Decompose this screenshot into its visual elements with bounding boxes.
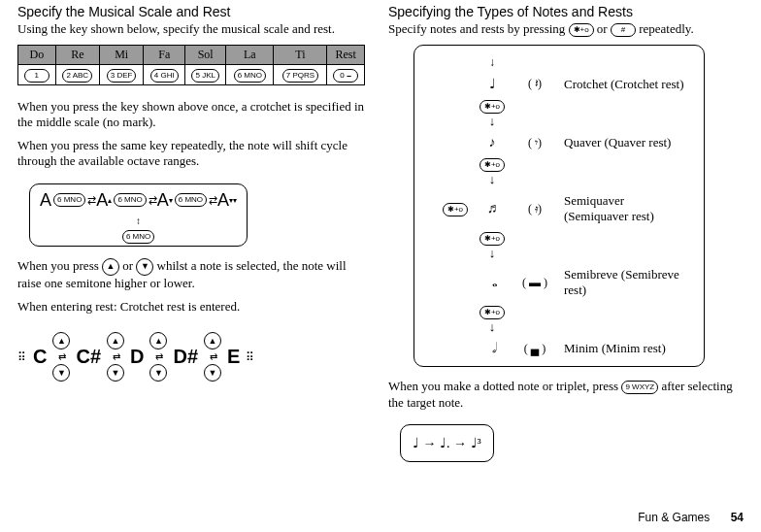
label-semibreve: Semibreve (Semibreve rest) [564, 267, 690, 298]
note-semibreve-icon: 𝅝 [479, 275, 506, 290]
rest-minim-icon: ▄ [531, 342, 540, 355]
up-icon: ▲ [107, 332, 124, 349]
rest-semibreve-icon: ▬ [529, 276, 541, 289]
note-cycle-figure: ↓ ♩ ( 𝄽 ) Crotchet (Crotchet rest) ✱+o ↓… [414, 45, 705, 367]
label-quaver: Quaver (Quaver rest) [564, 135, 690, 150]
left-p5: When entering rest: Crotchet rest is ent… [17, 299, 365, 315]
oct-key-2: 6 MNO [114, 193, 146, 207]
label-semiquaver: Semiquaver (Semiquaver rest) [564, 193, 690, 224]
left-intro: Using the key shown below, specify the m… [17, 21, 365, 37]
key-0: 0 ‒ [333, 69, 358, 83]
scale-table: Do Re Mi Fa Sol La Ti Rest 1 2 ABC 3 DEF… [17, 45, 365, 84]
right-p2: When you make a dotted note or triplet, … [388, 379, 744, 411]
star-key-icon: ✱+o [480, 306, 505, 319]
note-quaver-icon: ♪ [479, 135, 506, 150]
hdr-ti: Ti [274, 46, 327, 65]
hdr-mi: Mi [99, 46, 143, 65]
oct-key-4: 6 MNO [122, 230, 154, 244]
down-icon: ▼ [107, 364, 124, 382]
down-icon: ▼ [52, 364, 70, 382]
label-crotchet: Crotchet (Crotchet rest) [564, 77, 690, 92]
down-key-icon: ▼ [136, 258, 153, 276]
star-key-icon: ✱+o [569, 23, 594, 37]
hdr-do: Do [18, 46, 56, 65]
up-icon: ▲ [52, 332, 70, 349]
hash-key-icon: # [611, 23, 636, 37]
down-icon: ▼ [204, 364, 221, 382]
left-p2: When you press the key shown above once,… [17, 99, 365, 131]
left-p3: When you press the same key repeatedly, … [17, 138, 365, 170]
left-section-title: Specify the Musical Scale and Rest [17, 4, 365, 19]
note-crotchet-icon: ♩ [479, 76, 506, 92]
star-key-left-icon: ✱+o [443, 203, 468, 216]
footer-section: Fun & Games [638, 511, 710, 524]
right-section-title: Specifying the Types of Notes and Rests [388, 4, 744, 19]
hdr-rest: Rest [327, 46, 365, 65]
nine-key-icon: 9 WXYZ [621, 381, 658, 394]
key-7: 7 PQRS [282, 69, 318, 83]
footer-page: 54 [731, 511, 744, 524]
key-6: 6 MNO [234, 69, 266, 83]
left-p4: When you press ▲ or ▼ whilst a note is s… [17, 258, 365, 291]
oct-key-1: 6 MNO [53, 193, 85, 207]
octave-figure: A 6 MNO ⇄ A▴ 6 MNO ⇄ A▾ 6 MNO ⇄ A▾▾ ↕ 6 … [29, 183, 248, 247]
key-1: 1 [24, 69, 50, 83]
label-minim: Minim (Minim rest) [564, 341, 690, 356]
hdr-re: Re [55, 46, 99, 65]
hdr-la: La [226, 46, 274, 65]
star-key-icon: ✱+o [480, 100, 505, 114]
key-2: 2 ABC [62, 69, 92, 83]
semitone-figure: ⠿ C ▲ ⇄ ▼ C# ▲ ⇄ ▼ D ▲ ⇄ ▼ [17, 328, 255, 385]
oct-key-3: 6 MNO [175, 193, 207, 207]
key-4: 4 GHI [150, 69, 179, 83]
hdr-fa: Fa [144, 46, 185, 65]
note-semiquaver-icon: ♬ [479, 201, 506, 216]
star-key-icon: ✱+o [480, 232, 505, 246]
up-icon: ▲ [204, 332, 221, 349]
key-3: 3 DEF [107, 69, 137, 83]
note-minim-icon: 𝅗𝅥 [479, 341, 506, 356]
star-key-icon: ✱+o [480, 158, 505, 172]
key-5: 5 JKL [191, 69, 218, 83]
down-icon: ▼ [149, 364, 167, 382]
up-key-icon: ▲ [102, 258, 119, 276]
right-intro: Specify notes and rests by pressing ✱+o … [388, 21, 744, 37]
page-footer: Fun & Games 54 [638, 511, 744, 524]
up-icon: ▲ [149, 332, 167, 349]
triplet-figure: ♩ → ♩. → ♩³ [400, 424, 494, 462]
hdr-sol: Sol [185, 46, 226, 65]
